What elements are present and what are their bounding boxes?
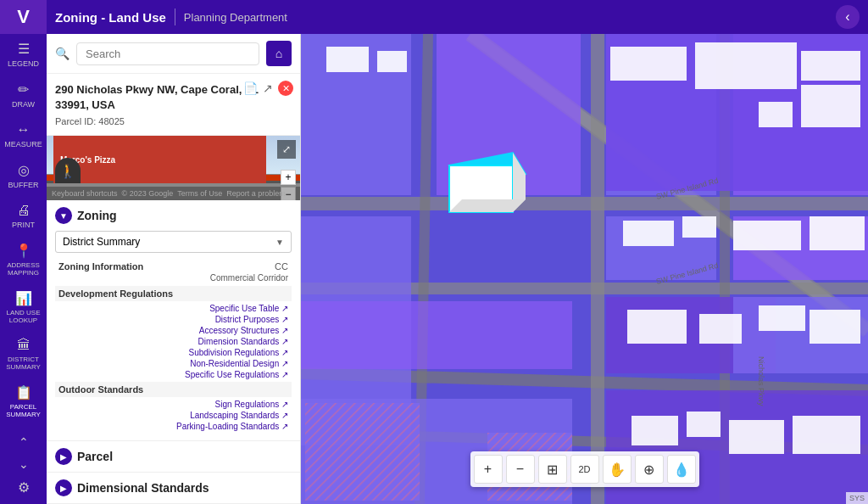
app-header: Zoning - Land Use Planning Department ‹ bbox=[47, 0, 868, 34]
sv-zoom-in[interactable]: + bbox=[281, 170, 296, 185]
app-logo: V bbox=[0, 0, 47, 34]
landscaping-standards-link[interactable]: Landscaping Standards ↗ bbox=[190, 410, 288, 421]
street-view[interactable]: Marco's Pizza ⤢ + − 🚶 Keyboard shortcuts… bbox=[47, 136, 300, 200]
map-controls: + − ⊞ 2D ✋ ⊕ 💧 bbox=[470, 451, 699, 487]
accessory-structures-link[interactable]: Accessory Structures ↗ bbox=[199, 325, 288, 336]
department-label: Planning Department bbox=[184, 11, 287, 24]
parcel-title: Parcel bbox=[77, 450, 113, 463]
map-attribution: SYS bbox=[846, 492, 868, 504]
dropdown-arrow-icon: ▼ bbox=[275, 238, 284, 247]
district-dropdown[interactable]: District Summary ▼ bbox=[55, 231, 292, 253]
map-area[interactable]: SW Pine Island Rd SW Pine Island Rd Nich… bbox=[301, 34, 868, 504]
svg-rect-35 bbox=[759, 102, 793, 127]
scroll-up-arrow[interactable]: ⌃ bbox=[19, 435, 29, 449]
zoning-title: Zoning bbox=[77, 209, 117, 222]
back-button[interactable]: ‹ bbox=[836, 5, 860, 29]
sv-keyboard: Keyboard shortcuts bbox=[52, 189, 118, 198]
zoning-info-table: Zoning Information CC Commercial Corrido… bbox=[55, 260, 292, 434]
svg-rect-23 bbox=[305, 403, 420, 501]
sv-report: Report a problem bbox=[226, 189, 286, 198]
parcel-section-header: ▶ Parcel bbox=[55, 448, 292, 465]
parcel-section[interactable]: ▶ Parcel bbox=[47, 441, 300, 473]
map-svg: SW Pine Island Rd SW Pine Island Rd Nich… bbox=[301, 34, 868, 504]
land-use-icon: 📊 bbox=[15, 290, 32, 306]
svg-rect-48 bbox=[729, 420, 784, 454]
share-icon[interactable]: ↗ bbox=[263, 81, 273, 95]
side-panel: 🔍 ⌂ 📄 ↗ ✕ 290 Nicholas Pkwy NW, Cape Cor… bbox=[47, 34, 301, 504]
sidebar-item-measure[interactable]: ↔ MEASURE bbox=[0, 115, 47, 155]
zoning-code: CC bbox=[162, 260, 292, 273]
settings-gear-icon[interactable]: ⚙ bbox=[18, 479, 30, 496]
parcel-chevron-icon: ▶ bbox=[55, 448, 72, 465]
sidebar-item-address-mapping[interactable]: 📍 ADDRESS MAPPING bbox=[0, 236, 47, 283]
district-purposes-link[interactable]: District Purposes ↗ bbox=[215, 314, 288, 325]
sidebar-item-buffer[interactable]: ◎ BUFFER bbox=[0, 155, 47, 196]
search-icon: 🔍 bbox=[55, 47, 70, 60]
non-residential-design-link[interactable]: Non-Residential Design ↗ bbox=[190, 358, 288, 369]
svg-marker-30 bbox=[449, 199, 526, 212]
dev-regs-label: Development Regulations bbox=[55, 286, 292, 301]
address-card: 📄 ↗ ✕ 290 Nicholas Pkwy NW, Cape Coral, … bbox=[47, 74, 300, 136]
svg-text:Nicholas Pkwy: Nicholas Pkwy bbox=[757, 356, 765, 406]
svg-rect-16 bbox=[301, 301, 572, 369]
building-sign-body: Marco's Pizza bbox=[53, 136, 266, 183]
svg-rect-40 bbox=[326, 47, 369, 72]
expand-icon[interactable]: ⤢ bbox=[277, 140, 296, 159]
pan-button[interactable]: ✋ bbox=[603, 455, 632, 484]
svg-rect-44 bbox=[759, 305, 805, 331]
outdoor-standards-label: Outdoor Standards bbox=[55, 382, 292, 397]
address-mapping-icon: 📍 bbox=[15, 243, 32, 259]
zoning-section: ▼ Zoning District Summary ▼ Zoning Infor… bbox=[47, 200, 300, 441]
layers-button[interactable]: ⊞ bbox=[538, 455, 567, 484]
specific-use-regulations-link[interactable]: Specific Use Regulations ↗ bbox=[185, 369, 288, 380]
subdivision-regulations-link[interactable]: Subdivision Regulations ↗ bbox=[188, 347, 288, 358]
parking-loading-standards-link[interactable]: Parking-Loading Standards ↗ bbox=[176, 421, 288, 432]
card-actions: 📄 ↗ ✕ bbox=[243, 81, 293, 96]
outdoor-links: Sign Regulations ↗ Landscaping Standards… bbox=[55, 397, 292, 434]
header-divider bbox=[175, 8, 175, 25]
dimension-standards-link[interactable]: Dimension Standards ↗ bbox=[198, 336, 288, 347]
measure-icon: ↔ bbox=[17, 122, 31, 137]
zoom-in-button[interactable]: + bbox=[474, 455, 503, 484]
sv-copyright: © 2023 Google bbox=[122, 189, 174, 198]
zoning-info-label: Zoning Information bbox=[55, 260, 162, 273]
dimensional-chevron-icon: ▶ bbox=[55, 479, 72, 496]
scroll-down-arrow[interactable]: ⌄ bbox=[19, 457, 29, 471]
legend-icon: ☰ bbox=[18, 41, 30, 57]
district-dropdown-label: District Summary bbox=[63, 236, 140, 248]
sidebar-item-district-summary[interactable]: 🏛 DISTRICT SUMMARY bbox=[0, 331, 47, 378]
svg-rect-37 bbox=[682, 216, 716, 238]
district-icon: 🏛 bbox=[17, 338, 31, 353]
close-button[interactable]: ✕ bbox=[278, 81, 293, 96]
dimensional-title: Dimensional Standards bbox=[77, 481, 209, 495]
parcel-id-row: Parcel ID: 48025 bbox=[55, 116, 292, 126]
app-title: Zoning - Land Use bbox=[55, 10, 166, 25]
svg-rect-36 bbox=[623, 221, 674, 246]
pegman-icon[interactable]: 🚶 bbox=[55, 158, 81, 183]
dimensional-section-header: ▶ Dimensional Standards bbox=[55, 479, 292, 496]
layers-icon: ⊞ bbox=[547, 462, 558, 478]
dimensional-section[interactable]: ▶ Dimensional Standards bbox=[47, 473, 300, 504]
specific-use-table-link[interactable]: Specific Use Table ↗ bbox=[209, 303, 288, 314]
sv-terms: Terms of Use bbox=[177, 189, 222, 198]
home-button[interactable]: ⌂ bbox=[266, 41, 292, 66]
select-button[interactable]: ⊕ bbox=[635, 455, 664, 484]
sidebar-item-legend[interactable]: ☰ LEGEND bbox=[0, 34, 47, 75]
pan-icon: ✋ bbox=[609, 462, 626, 478]
search-input[interactable] bbox=[76, 42, 259, 65]
zoom-in-icon: + bbox=[484, 462, 492, 477]
sidebar-item-parcel-summary[interactable]: 📋 PARCEL SUMMARY bbox=[0, 378, 47, 425]
zoom-out-icon: − bbox=[516, 462, 524, 477]
zoom-out-button[interactable]: − bbox=[506, 455, 535, 484]
svg-rect-38 bbox=[733, 221, 801, 250]
sidebar-item-print[interactable]: 🖨 PRINT bbox=[0, 196, 47, 236]
sign-regulations-link[interactable]: Sign Regulations ↗ bbox=[215, 399, 288, 410]
svg-rect-47 bbox=[687, 412, 721, 437]
zoning-section-header[interactable]: ▼ Zoning bbox=[55, 207, 292, 224]
document-icon[interactable]: 📄 bbox=[243, 81, 258, 95]
info-button[interactable]: 💧 bbox=[667, 455, 696, 484]
twod-button[interactable]: 2D bbox=[570, 455, 599, 484]
sidebar-item-land-use-lookup[interactable]: 📊 LAND USE LOOKUP bbox=[0, 283, 47, 331]
sidebar-item-draw[interactable]: ✏ DRAW bbox=[0, 75, 47, 115]
buffer-icon: ◎ bbox=[18, 162, 30, 178]
